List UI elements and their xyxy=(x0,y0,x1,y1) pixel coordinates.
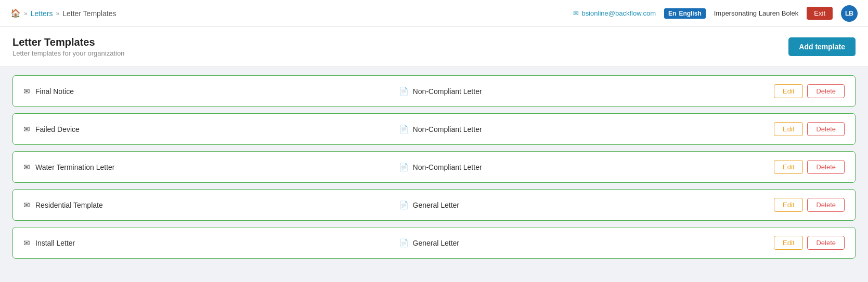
nav-language-badge[interactable]: En English xyxy=(664,8,706,19)
document-icon: 📄 xyxy=(399,238,409,248)
card-name: ✉ Water Termination Letter xyxy=(23,163,399,172)
envelope-icon: ✉ xyxy=(23,163,30,172)
card-actions: Edit Delete xyxy=(774,84,845,98)
card-type: 📄 Non-Compliant Letter xyxy=(399,125,774,134)
card-type: 📄 General Letter xyxy=(399,238,774,248)
edit-button[interactable]: Edit xyxy=(774,198,803,212)
edit-button[interactable]: Edit xyxy=(774,122,803,136)
envelope-icon: ✉ xyxy=(23,200,30,210)
template-name: Water Termination Letter xyxy=(35,163,115,171)
delete-button[interactable]: Delete xyxy=(807,236,845,250)
page-subtitle: Letter templates for your organization xyxy=(12,49,124,57)
mail-icon: ✉ xyxy=(573,9,579,17)
template-type: Non-Compliant Letter xyxy=(413,87,482,96)
template-type: General Letter xyxy=(413,239,460,247)
card-type: 📄 Non-Compliant Letter xyxy=(399,87,774,96)
document-icon: 📄 xyxy=(399,163,409,172)
card-name: ✉ Final Notice xyxy=(23,87,399,96)
breadcrumb-letters-link[interactable]: Letters xyxy=(31,9,53,18)
edit-button[interactable]: Edit xyxy=(774,236,803,250)
edit-button[interactable]: Edit xyxy=(774,84,803,98)
template-card: ✉ Water Termination Letter 📄 Non-Complia… xyxy=(12,151,856,183)
template-card: ✉ Final Notice 📄 Non-Compliant Letter Ed… xyxy=(12,75,856,107)
card-actions: Edit Delete xyxy=(774,122,845,136)
template-card: ✉ Failed Device 📄 Non-Compliant Letter E… xyxy=(12,113,856,145)
avatar: LB xyxy=(841,5,858,22)
page-header: Letter Templates Letter templates for yo… xyxy=(0,27,868,67)
home-icon[interactable]: 🏠 xyxy=(10,8,21,18)
delete-button[interactable]: Delete xyxy=(807,122,845,136)
delete-button[interactable]: Delete xyxy=(807,84,845,98)
card-type: 📄 General Letter xyxy=(399,200,774,210)
nav-email[interactable]: ✉ bsionline@backflow.com xyxy=(573,9,656,17)
breadcrumb-sep-2: » xyxy=(56,10,60,17)
template-card: ✉ Residential Template 📄 General Letter … xyxy=(12,189,856,221)
template-type: Non-Compliant Letter xyxy=(413,163,482,171)
edit-button[interactable]: Edit xyxy=(774,160,803,174)
page-header-text: Letter Templates Letter templates for yo… xyxy=(12,36,124,57)
page-title: Letter Templates xyxy=(12,36,124,48)
delete-button[interactable]: Delete xyxy=(807,198,845,212)
template-name: Residential Template xyxy=(35,201,103,209)
envelope-icon: ✉ xyxy=(23,125,30,134)
document-icon: 📄 xyxy=(399,200,409,210)
template-type: General Letter xyxy=(413,201,460,209)
card-type: 📄 Non-Compliant Letter xyxy=(399,163,774,172)
exit-button[interactable]: Exit xyxy=(807,7,833,20)
template-card: ✉ Install Letter 📄 General Letter Edit D… xyxy=(12,227,856,259)
document-icon: 📄 xyxy=(399,125,409,134)
card-actions: Edit Delete xyxy=(774,160,845,174)
card-name: ✉ Failed Device xyxy=(23,125,399,134)
breadcrumb-current: Letter Templates xyxy=(62,9,116,18)
impersonating-label: Impersonating Lauren Bolek xyxy=(714,9,799,17)
breadcrumb: 🏠 » Letters » Letter Templates xyxy=(10,8,116,18)
template-list: ✉ Final Notice 📄 Non-Compliant Letter Ed… xyxy=(0,67,868,267)
template-name: Failed Device xyxy=(35,125,80,133)
card-actions: Edit Delete xyxy=(774,236,845,250)
breadcrumb-sep-1: » xyxy=(24,10,28,17)
document-icon: 📄 xyxy=(399,87,409,96)
nav-right: ✉ bsionline@backflow.com En English Impe… xyxy=(573,5,858,22)
template-name: Install Letter xyxy=(35,239,75,247)
add-template-button[interactable]: Add template xyxy=(788,37,856,56)
envelope-icon: ✉ xyxy=(23,238,30,248)
top-nav: 🏠 » Letters » Letter Templates ✉ bsionli… xyxy=(0,0,868,27)
card-name: ✉ Residential Template xyxy=(23,200,399,210)
template-type: Non-Compliant Letter xyxy=(413,125,482,133)
envelope-icon: ✉ xyxy=(23,87,30,96)
template-name: Final Notice xyxy=(35,87,74,96)
card-actions: Edit Delete xyxy=(774,198,845,212)
card-name: ✉ Install Letter xyxy=(23,238,399,248)
delete-button[interactable]: Delete xyxy=(807,160,845,174)
